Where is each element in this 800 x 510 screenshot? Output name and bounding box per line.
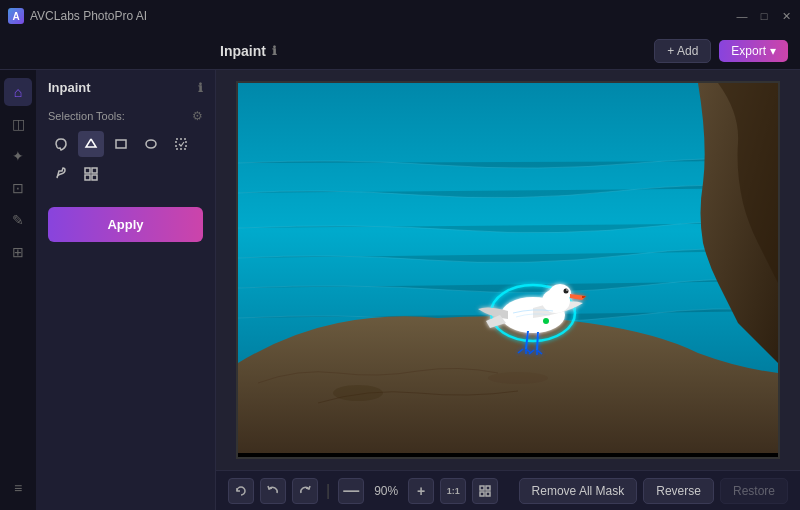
export-arrow-icon: ▾ — [770, 44, 776, 58]
top-header: Inpaint ℹ + Add Export ▾ — [0, 32, 800, 70]
svg-rect-6 — [92, 175, 97, 180]
content-area: ⌂ ◫ ✦ ⊡ ✎ ⊞ ≡ Inpaint ℹ Selection Tools: — [0, 70, 800, 510]
svg-rect-19 — [480, 486, 484, 490]
scene-image — [238, 83, 778, 453]
section-title-label: Selection Tools: — [48, 110, 125, 122]
expand-tool-btn[interactable] — [78, 161, 104, 187]
smart-select-tool-btn[interactable] — [168, 131, 194, 157]
svg-point-9 — [488, 372, 548, 384]
svg-line-17 — [537, 332, 538, 350]
rail-icon-home[interactable]: ⌂ — [4, 78, 32, 106]
header-right: + Add Export ▾ — [654, 39, 788, 63]
rotate-left-button[interactable] — [228, 478, 254, 504]
add-button[interactable]: + Add — [654, 39, 711, 63]
rail-icon-retouch[interactable]: ✎ — [4, 206, 32, 234]
image-frame — [236, 81, 780, 459]
app-title: AVCLabs PhotoPro AI — [30, 9, 147, 23]
zoom-out-button[interactable]: — — [338, 478, 364, 504]
svg-rect-3 — [85, 168, 90, 173]
title-bar-left: A AVCLabs PhotoPro AI — [8, 8, 147, 24]
panel-header: Inpaint ℹ — [36, 70, 215, 101]
section-title-row: Selection Tools: ⚙ — [48, 109, 203, 123]
export-label: Export — [731, 44, 766, 58]
app-icon: A — [8, 8, 24, 24]
svg-rect-22 — [486, 492, 490, 496]
svg-point-13 — [549, 284, 571, 302]
svg-point-15 — [566, 289, 568, 291]
rail-icon-effects[interactable]: ✦ — [4, 142, 32, 170]
rect-tool-btn[interactable] — [108, 131, 134, 157]
brush-tool-btn[interactable] — [48, 161, 74, 187]
undo-button[interactable] — [260, 478, 286, 504]
info-icon[interactable]: ℹ — [272, 44, 277, 58]
rail-icon-adjust[interactable]: ⊡ — [4, 174, 32, 202]
zoom-fit-button[interactable]: 1:1 — [440, 478, 466, 504]
close-button[interactable]: ✕ — [780, 10, 792, 22]
rail-icon-settings[interactable]: ≡ — [4, 474, 32, 502]
title-bar: A AVCLabs PhotoPro AI — □ ✕ — [0, 0, 800, 32]
canvas-container[interactable] — [216, 70, 800, 470]
svg-rect-5 — [85, 175, 90, 180]
canvas-area: | — 90% + 1:1 Remove All Mask Reverse Re… — [216, 70, 800, 510]
apply-button[interactable]: Apply — [48, 207, 203, 242]
page-title: Inpaint — [220, 43, 266, 59]
svg-rect-20 — [486, 486, 490, 490]
left-sidebar: ⌂ ◫ ✦ ⊡ ✎ ⊞ ≡ Inpaint ℹ Selection Tools: — [0, 70, 216, 510]
reverse-button[interactable]: Reverse — [643, 478, 714, 504]
svg-rect-21 — [480, 492, 484, 496]
svg-point-14 — [564, 289, 569, 294]
header-title-area: Inpaint ℹ — [220, 43, 277, 59]
zoom-in-button[interactable]: + — [408, 478, 434, 504]
app-wrapper: A AVCLabs PhotoPro AI — □ ✕ Inpaint ℹ + … — [0, 0, 800, 510]
bottom-right-buttons: Remove All Mask Reverse Restore — [519, 478, 788, 504]
panel-title: Inpaint — [48, 80, 91, 95]
remove-all-mask-button[interactable]: Remove All Mask — [519, 478, 638, 504]
svg-point-18 — [543, 318, 549, 324]
side-panel: Inpaint ℹ Selection Tools: ⚙ — [36, 70, 216, 510]
rail-icon-clone[interactable]: ⊞ — [4, 238, 32, 266]
svg-rect-4 — [92, 168, 97, 173]
bottom-bar: | — 90% + 1:1 Remove All Mask Reverse Re… — [216, 470, 800, 510]
zoom-fit-label: 1:1 — [447, 486, 460, 496]
zoom-level-display: 90% — [370, 484, 402, 498]
ellipse-tool-btn[interactable] — [138, 131, 164, 157]
svg-point-8 — [333, 385, 383, 401]
tools-settings-icon[interactable]: ⚙ — [192, 109, 203, 123]
icon-rail: ⌂ ◫ ✦ ⊡ ✎ ⊞ ≡ — [0, 70, 36, 510]
title-bar-controls: — □ ✕ — [736, 10, 792, 22]
fullscreen-button[interactable] — [472, 478, 498, 504]
svg-rect-2 — [176, 139, 186, 149]
minimize-button[interactable]: — — [736, 10, 748, 22]
svg-rect-0 — [116, 140, 126, 148]
lasso-tool-btn[interactable] — [48, 131, 74, 157]
redo-button[interactable] — [292, 478, 318, 504]
polygon-tool-btn[interactable] — [78, 131, 104, 157]
maximize-button[interactable]: □ — [758, 10, 770, 22]
rail-icon-layers[interactable]: ◫ — [4, 110, 32, 138]
zoom-controls: | — 90% + 1:1 — [228, 478, 498, 504]
export-button[interactable]: Export ▾ — [719, 40, 788, 62]
selection-tools-section: Selection Tools: ⚙ — [36, 101, 215, 195]
panel-info-icon[interactable]: ℹ — [198, 81, 203, 95]
svg-point-1 — [146, 140, 156, 148]
restore-button[interactable]: Restore — [720, 478, 788, 504]
tool-icons-row — [48, 131, 203, 187]
